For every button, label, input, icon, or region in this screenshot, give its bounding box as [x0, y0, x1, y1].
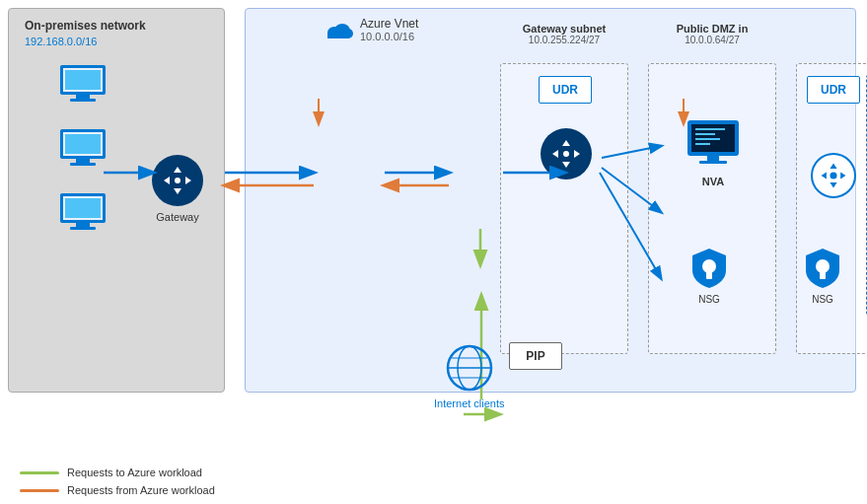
gateway-subnet-col: Gateway subnet 10.0.255.224/27 UDR	[500, 63, 628, 354]
dmz-subnet-label: Public DMZ in	[649, 23, 775, 35]
legend-green-label: Requests to Azure workload	[67, 467, 202, 478]
gateway-arrows	[160, 163, 195, 198]
pip-label: PIP	[526, 349, 544, 363]
internet-label: Internet clients	[434, 397, 505, 409]
on-prem-box: On-premises network 192.168.0.0/16	[8, 8, 225, 393]
web-tier-router	[811, 153, 856, 198]
computer-icon-3	[58, 191, 108, 233]
on-prem-subnet: 192.168.0.0/16	[25, 36, 97, 47]
gateway-router	[152, 155, 203, 206]
legend: Requests to Azure workload Requests from…	[20, 467, 215, 496]
svg-rect-33	[695, 128, 725, 130]
svg-rect-12	[70, 227, 96, 230]
udr1-area: UDR	[539, 76, 592, 104]
nsg2-area: NSG	[802, 247, 843, 305]
legend-orange-label: Requests from Azure workload	[67, 484, 215, 496]
azure-vnet-subnet: 10.0.0.0/16	[360, 31, 418, 42]
on-prem-label: On-premises network 192.168.0.0/16	[25, 19, 146, 49]
svg-point-20	[175, 178, 181, 183]
nva-icon	[686, 118, 741, 170]
svg-rect-41	[705, 268, 713, 272]
internet-area: Internet clients	[434, 342, 505, 409]
svg-marker-54	[840, 172, 845, 179]
svg-marker-52	[830, 182, 836, 187]
svg-rect-4	[65, 70, 101, 90]
udr2-box: UDR	[807, 76, 860, 104]
svg-point-30	[563, 151, 569, 157]
legend-green-line	[20, 471, 59, 474]
nsg2-icon	[802, 247, 843, 290]
nsg1-label: NSG	[688, 294, 730, 305]
svg-marker-51	[830, 164, 836, 169]
svg-rect-58	[819, 268, 827, 272]
cloud-icon	[325, 19, 354, 40]
svg-rect-9	[65, 134, 101, 154]
gateway-subnet-router	[541, 128, 592, 180]
dmz-subnet-col: Public DMZ in 10.0.0.64/27 NVA	[648, 63, 776, 354]
gateway-subnet-circle	[541, 128, 592, 180]
gateway-label: Gateway	[156, 211, 198, 223]
gateway-subnet-arrows	[548, 136, 584, 172]
azure-vnet-label: Azure Vnet	[360, 17, 418, 31]
globe-icon	[444, 342, 495, 394]
svg-rect-2	[70, 99, 96, 102]
legend-orange-line	[20, 489, 59, 492]
nsg1-icon	[688, 247, 730, 290]
computer-3	[58, 191, 108, 233]
gateway-icon-area: Gateway	[152, 155, 203, 223]
pip-area: PIP	[509, 342, 562, 370]
svg-rect-7	[70, 163, 96, 166]
computer-2	[58, 127, 108, 169]
svg-rect-40	[706, 271, 712, 279]
svg-rect-35	[695, 138, 720, 140]
nva-area: NVA	[686, 118, 741, 187]
svg-rect-34	[695, 133, 715, 135]
svg-rect-36	[695, 143, 710, 145]
diagram-area: On-premises network 192.168.0.0/16	[0, 0, 867, 424]
udr2-area: UDR	[807, 76, 860, 104]
svg-marker-53	[822, 172, 827, 179]
svg-rect-1	[76, 95, 90, 99]
gateway-subnet-addr: 10.0.255.224/27	[501, 35, 627, 45]
nsg1-area: NSG	[688, 247, 730, 305]
svg-rect-14	[65, 198, 101, 218]
svg-rect-11	[76, 223, 90, 227]
dmz-subnet-addr: 10.0.0.64/27	[649, 35, 775, 45]
web-tier-label: Web tier	[797, 23, 867, 35]
udr1-label: UDR	[552, 83, 578, 97]
svg-point-55	[830, 172, 836, 179]
web-tier-col: Web tier 10.0.1.0/24 UDR Availability se…	[796, 63, 867, 354]
legend-green: Requests to Azure workload	[20, 467, 215, 478]
computer-icon-2	[58, 127, 108, 169]
azure-vnet-box: Azure Vnet 10.0.0.0/16 Gateway subnet 10…	[245, 8, 856, 393]
pip-box: PIP	[509, 342, 562, 370]
nva-label: NVA	[686, 176, 741, 187]
svg-rect-38	[699, 161, 727, 164]
computer-1	[58, 63, 108, 105]
on-prem-title: On-premises network	[25, 19, 146, 33]
web-tier-addr: 10.0.1.0/24	[797, 35, 867, 45]
azure-header: Azure Vnet 10.0.0.0/16	[325, 17, 418, 42]
web-router-arrows	[818, 160, 849, 191]
nsg2-label: NSG	[802, 294, 843, 305]
computer-icon-1	[58, 63, 108, 105]
legend-orange: Requests from Azure workload	[20, 484, 215, 496]
svg-rect-24	[327, 33, 349, 38]
udr2-label: UDR	[821, 83, 846, 97]
svg-rect-37	[707, 156, 719, 161]
udr1-box: UDR	[539, 76, 592, 104]
web-router-circle	[811, 153, 856, 198]
svg-rect-6	[76, 159, 90, 163]
gateway-subnet-label: Gateway subnet	[501, 23, 627, 35]
svg-rect-57	[820, 271, 826, 279]
